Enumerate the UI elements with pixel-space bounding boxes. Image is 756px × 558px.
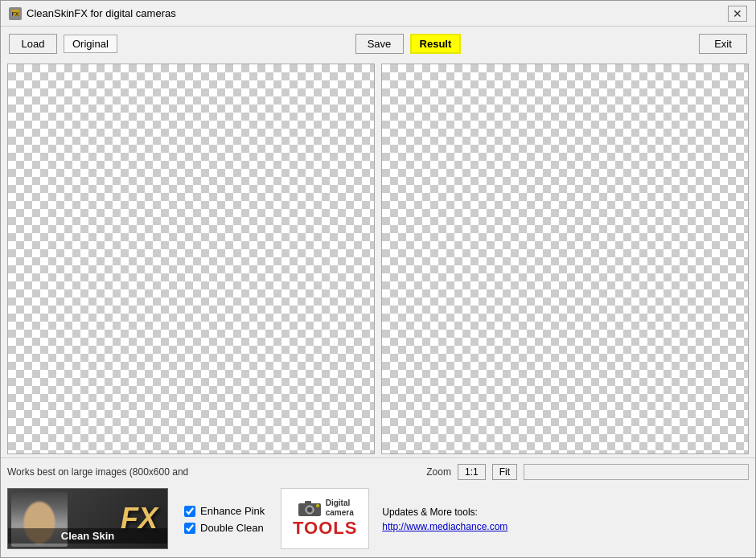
svg-point-4 <box>307 507 312 512</box>
save-button[interactable]: Save <box>355 34 404 54</box>
bottom-bar: FX Clean Skin Enhance Pink Double Clean <box>1 485 755 557</box>
app-logo: FX Clean Skin <box>7 488 168 549</box>
zoom-1to1-button[interactable]: 1:1 <box>458 464 486 480</box>
svg-point-6 <box>316 504 319 507</box>
double-clean-label: Double Clean <box>200 522 264 534</box>
digital-camera-tools-logo: Digital camera TOOLS <box>281 488 369 549</box>
logo-subtitle: Clean Skin <box>8 528 167 544</box>
result-label: Result <box>410 34 462 54</box>
title-bar: FX CleanSkinFX for digital cameras ✕ <box>1 1 755 27</box>
double-clean-row[interactable]: Double Clean <box>184 522 265 534</box>
status-message: Works best on large images (800x600 and <box>7 466 188 478</box>
status-bar: Works best on large images (800x600 and … <box>1 457 755 485</box>
options-area: Enhance Pink Double Clean <box>178 488 271 551</box>
tools-text: TOOLS <box>293 518 357 539</box>
zoom-fit-button[interactable]: Fit <box>492 464 517 480</box>
updates-title: Updates & More tools: <box>382 507 507 518</box>
main-window: FX CleanSkinFX for digital cameras ✕ Loa… <box>0 0 756 558</box>
original-canvas-panel <box>7 64 375 454</box>
tools-logo-top: Digital camera <box>297 499 354 518</box>
canvas-area <box>1 60 755 457</box>
svg-text:FX: FX <box>12 11 19 17</box>
double-clean-checkbox[interactable] <box>184 523 195 534</box>
toolbar: Load Original Save Result Exit <box>1 27 755 60</box>
title-bar-left: FX CleanSkinFX for digital cameras <box>9 7 176 20</box>
enhance-pink-label: Enhance Pink <box>200 505 265 517</box>
digital-camera-text: Digital camera <box>326 499 354 518</box>
original-label: Original <box>64 35 117 53</box>
svg-rect-5 <box>305 501 311 504</box>
result-canvas-panel <box>381 64 749 454</box>
app-icon: FX <box>9 7 22 20</box>
original-canvas <box>8 64 374 453</box>
camera-icon <box>297 499 323 518</box>
load-button[interactable]: Load <box>9 34 57 54</box>
updates-area: Updates & More tools: http://www.mediach… <box>379 488 511 551</box>
updates-link[interactable]: http://www.mediachance.com <box>382 521 507 532</box>
enhance-pink-row[interactable]: Enhance Pink <box>184 505 265 517</box>
result-canvas <box>382 64 748 453</box>
close-button[interactable]: ✕ <box>728 6 747 22</box>
zoom-track <box>524 464 749 480</box>
window-title: CleanSkinFX for digital cameras <box>27 7 176 19</box>
exit-button[interactable]: Exit <box>699 34 747 54</box>
zoom-label: Zoom <box>426 466 451 478</box>
enhance-pink-checkbox[interactable] <box>184 506 195 517</box>
